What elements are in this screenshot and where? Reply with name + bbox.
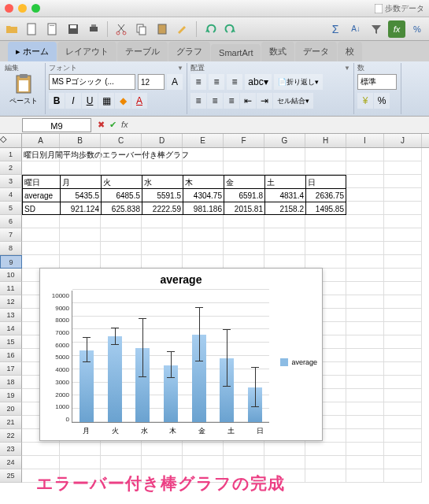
cell[interactable]: 2015.81 — [224, 202, 264, 215]
cell[interactable] — [384, 362, 422, 376]
cell[interactable] — [224, 456, 264, 469]
minimize-window[interactable] — [18, 4, 27, 13]
font-name-select[interactable] — [49, 74, 135, 90]
cell[interactable] — [384, 228, 422, 242]
cut-icon[interactable] — [113, 20, 130, 38]
cell[interactable]: 4831.4 — [264, 188, 305, 202]
cell[interactable] — [183, 161, 224, 175]
cell[interactable] — [305, 456, 346, 469]
cell[interactable]: 2158.2 — [264, 202, 305, 215]
align-mid-icon[interactable]: ≡ — [209, 74, 224, 90]
tab-table[interactable]: テーブル — [117, 42, 168, 61]
percent-format-icon[interactable]: % — [374, 93, 390, 109]
row-header[interactable]: 9 — [0, 255, 22, 269]
cell[interactable]: 981.186 — [183, 202, 224, 215]
cell[interactable]: 5591.5 — [142, 188, 183, 202]
cell[interactable]: SD — [22, 202, 60, 215]
cell[interactable] — [384, 309, 422, 322]
cell[interactable] — [305, 443, 346, 456]
row-header[interactable]: 13 — [0, 309, 22, 322]
tab-smartart[interactable]: SmartArt — [211, 44, 261, 61]
cell[interactable]: 木 — [183, 175, 224, 188]
cell[interactable] — [346, 242, 384, 255]
cell[interactable] — [60, 443, 101, 456]
cell[interactable]: 6485.5 — [101, 188, 142, 202]
select-all-corner[interactable]: ◇ — [0, 134, 22, 147]
new-icon[interactable] — [24, 20, 41, 38]
cell[interactable] — [60, 228, 101, 242]
cell[interactable] — [224, 161, 264, 175]
cell[interactable] — [101, 161, 142, 175]
zoom-window[interactable] — [31, 4, 40, 13]
cell[interactable] — [224, 242, 264, 255]
cell[interactable] — [346, 389, 384, 402]
cell[interactable] — [22, 215, 60, 228]
filter-icon[interactable] — [368, 20, 385, 38]
font-size-select[interactable] — [138, 74, 165, 90]
cell[interactable] — [346, 188, 384, 202]
cell[interactable]: 5435.5 — [60, 188, 101, 202]
percent-icon[interactable]: % — [409, 20, 426, 38]
row-header[interactable]: 6 — [0, 215, 22, 228]
cell[interactable] — [183, 242, 224, 255]
cell[interactable] — [346, 376, 384, 389]
cell[interactable] — [183, 228, 224, 242]
cell[interactable] — [384, 443, 422, 456]
embedded-chart[interactable]: average 10000900080007000600050004000300… — [39, 268, 323, 441]
print-icon[interactable] — [85, 20, 102, 38]
font-color-button[interactable]: A — [131, 93, 147, 109]
cell[interactable] — [384, 269, 422, 282]
cell[interactable]: 2222.59 — [142, 202, 183, 215]
row-header[interactable]: 11 — [0, 282, 22, 295]
cell[interactable] — [183, 148, 224, 161]
redo-icon[interactable] — [222, 20, 239, 38]
underline-button[interactable]: U — [82, 93, 98, 109]
cell[interactable] — [22, 255, 60, 269]
row-header[interactable]: 19 — [0, 389, 22, 402]
cell[interactable] — [183, 255, 224, 269]
col-header[interactable]: I — [346, 134, 384, 147]
cell[interactable]: 6591.8 — [224, 188, 264, 202]
cell[interactable] — [384, 148, 422, 161]
cell[interactable]: 1495.85 — [305, 202, 346, 215]
row-header[interactable]: 4 — [0, 188, 22, 202]
cancel-formula-icon[interactable]: ✖ — [98, 120, 105, 130]
copy-icon[interactable] — [133, 20, 150, 38]
tab-layout[interactable]: レイアウト — [57, 42, 116, 61]
row-header[interactable]: 16 — [0, 349, 22, 362]
cell[interactable]: 日 — [305, 175, 346, 188]
cell[interactable]: 月 — [60, 175, 101, 188]
cell[interactable] — [264, 443, 305, 456]
undo-icon[interactable] — [202, 20, 219, 38]
cell[interactable] — [305, 161, 346, 175]
row-header[interactable]: 10 — [0, 269, 22, 282]
cell[interactable] — [346, 456, 384, 469]
cell[interactable] — [384, 161, 422, 175]
cell[interactable] — [224, 148, 264, 161]
row-header[interactable]: 7 — [0, 228, 22, 242]
align-top-icon[interactable]: ≡ — [190, 74, 206, 90]
cell[interactable] — [142, 228, 183, 242]
cell[interactable] — [305, 228, 346, 242]
row-header[interactable]: 12 — [0, 295, 22, 309]
cell[interactable] — [264, 215, 305, 228]
cell[interactable] — [142, 215, 183, 228]
cell[interactable] — [142, 255, 183, 269]
cell[interactable] — [183, 215, 224, 228]
sort-icon[interactable]: A↓ — [347, 20, 364, 38]
cell[interactable] — [346, 335, 384, 349]
cell[interactable] — [264, 148, 305, 161]
paste-icon[interactable] — [153, 20, 171, 38]
cell[interactable] — [101, 443, 142, 456]
cell[interactable] — [101, 148, 142, 161]
cell[interactable] — [346, 416, 384, 429]
cell[interactable]: average — [22, 188, 60, 202]
bold-button[interactable]: B — [49, 93, 65, 109]
cell[interactable] — [22, 242, 60, 255]
cell[interactable] — [60, 255, 101, 269]
cell[interactable] — [305, 215, 346, 228]
cell[interactable] — [346, 175, 384, 188]
cell[interactable] — [224, 228, 264, 242]
cell[interactable] — [346, 255, 384, 269]
row-header[interactable]: 20 — [0, 402, 22, 416]
